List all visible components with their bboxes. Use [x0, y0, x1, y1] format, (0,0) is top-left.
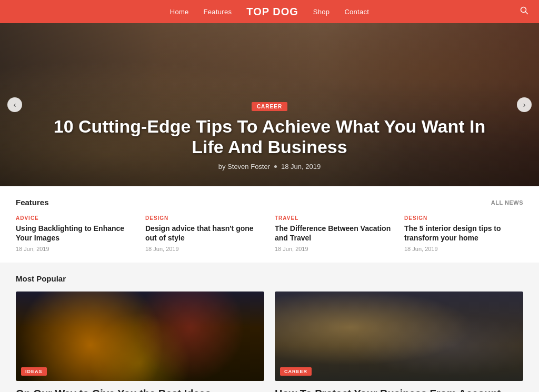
popular-card-title-1[interactable]: How To Protect Your Business From Accoun… [275, 387, 523, 392]
feature-date-1: 18 Jun, 2019 [145, 246, 264, 252]
features-header: Features ALL NEWS [16, 198, 523, 207]
feature-category-0: ADVICE [16, 215, 135, 221]
features-section: Features ALL NEWS ADVICE Using Backlight… [0, 186, 539, 263]
most-popular-section: Most Popular IDEAS On Our Way to Give Yo… [0, 263, 539, 392]
popular-grid: IDEAS On Our Way to Give You the Best Id… [16, 292, 523, 392]
feature-category-3: DESIGN [404, 215, 523, 221]
svg-line-1 [526, 12, 528, 14]
hero-section: ‹ › CAREER 10 Cutting-Edge Tips To Achie… [0, 23, 539, 186]
popular-card-0: IDEAS On Our Way to Give You the Best Id… [16, 292, 264, 392]
feature-category-2: TRAVEL [275, 215, 394, 221]
feature-item-2: TRAVEL The Difference Between Vacation a… [275, 215, 394, 252]
hero-category-badge[interactable]: CAREER [252, 102, 287, 111]
features-grid: ADVICE Using Backlighting to Enhance You… [16, 215, 523, 252]
card-badge-0: IDEAS [21, 367, 47, 376]
hero-author: by Steven Foster [218, 163, 270, 170]
site-logo[interactable]: TOP DOG [246, 6, 298, 18]
hero-date: 18 Jun, 2019 [281, 163, 321, 170]
popular-card-1: CAREER How To Protect Your Business From… [275, 292, 523, 392]
card-badge-1: CAREER [280, 367, 312, 376]
popular-card-image-1[interactable]: CAREER [275, 292, 523, 381]
feature-item-3: DESIGN The 5 interior design tips to tra… [404, 215, 523, 252]
feature-date-3: 18 Jun, 2019 [404, 246, 523, 252]
feature-title-2[interactable]: The Difference Between Vacation and Trav… [275, 224, 394, 243]
feature-date-2: 18 Jun, 2019 [275, 246, 394, 252]
nav-shop[interactable]: Shop [313, 8, 330, 16]
feature-item-1: DESIGN Design advice that hasn't gone ou… [145, 215, 264, 252]
features-section-title: Features [16, 198, 49, 207]
hero-prev-button[interactable]: ‹ [7, 97, 22, 112]
nav-home[interactable]: Home [170, 8, 189, 16]
card-image-bg-1 [275, 292, 523, 381]
feature-title-3[interactable]: The 5 interior design tips to transform … [404, 224, 523, 243]
main-nav: Home Features TOP DOG Shop Contact [170, 6, 370, 18]
hero-next-button[interactable]: › [517, 97, 532, 112]
hero-meta: by Steven Foster 18 Jun, 2019 [42, 163, 497, 170]
feature-item-0: ADVICE Using Backlighting to Enhance You… [16, 215, 135, 252]
feature-date-0: 18 Jun, 2019 [16, 246, 135, 252]
popular-card-title-0[interactable]: On Our Way to Give You the Best Ideas [16, 387, 264, 392]
hero-content: CAREER 10 Cutting-Edge Tips To Achieve W… [0, 91, 539, 186]
feature-title-1[interactable]: Design advice that hasn't gone out of st… [145, 224, 264, 243]
hero-title: 10 Cutting-Edge Tips To Achieve What You… [42, 116, 497, 157]
nav-contact[interactable]: Contact [344, 8, 369, 16]
popular-card-image-0[interactable]: IDEAS [16, 292, 264, 381]
header: Home Features TOP DOG Shop Contact [0, 0, 539, 23]
all-news-link[interactable]: ALL NEWS [491, 199, 523, 206]
feature-title-0[interactable]: Using Backlighting to Enhance Your Image… [16, 224, 135, 243]
hero-meta-dot [274, 165, 277, 168]
card-image-bg-0 [16, 292, 264, 381]
most-popular-title: Most Popular [16, 274, 523, 283]
search-icon[interactable] [520, 6, 528, 17]
nav-features[interactable]: Features [204, 8, 232, 16]
feature-category-1: DESIGN [145, 215, 264, 221]
